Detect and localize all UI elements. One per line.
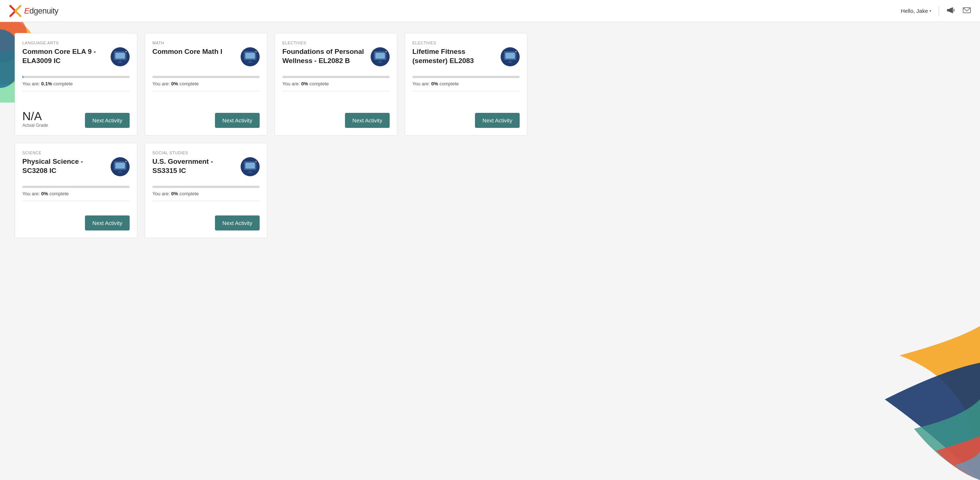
- card-subject: SCIENCE: [22, 151, 130, 155]
- card-top: Lifetime Fitness (semester) EL2083: [412, 47, 520, 66]
- next-activity-button[interactable]: Next Activity: [475, 113, 520, 128]
- course-icon: [240, 157, 260, 176]
- progress-section: You are: 0% complete: [152, 186, 260, 207]
- logo-text: Edgenuity: [24, 6, 58, 16]
- progress-text: You are: 0% complete: [412, 81, 520, 86]
- card-bottom: N/A Actual Grade Next Activity: [22, 107, 130, 128]
- main-content: LANGUAGE ARTS Common Core ELA 9 - ELA300…: [0, 22, 980, 480]
- next-activity-button[interactable]: Next Activity: [215, 113, 260, 128]
- card-subject: ELECTIVES: [412, 41, 520, 45]
- next-activity-button[interactable]: Next Activity: [215, 215, 260, 230]
- card-divider: [22, 91, 130, 91]
- progress-text: You are: 0% complete: [152, 81, 260, 86]
- course-card: SCIENCE Physical Science - SC3208 IC You…: [15, 143, 137, 238]
- card-subject: MATH: [152, 41, 260, 45]
- progress-bar-track: [152, 76, 260, 78]
- progress-text: You are: 0.1% complete: [22, 81, 130, 86]
- course-card: ELECTIVES Lifetime Fitness (semester) EL…: [405, 33, 527, 136]
- course-card: ELECTIVES Foundations of Personal Wellne…: [275, 33, 397, 136]
- card-subject: ELECTIVES: [282, 41, 390, 45]
- empty-card: [275, 143, 397, 238]
- card-title: U.S. Government - SS3315 IC: [152, 157, 240, 175]
- progress-section: You are: 0% complete: [152, 76, 260, 97]
- card-top: U.S. Government - SS3315 IC: [152, 157, 260, 176]
- progress-bar-track: [22, 76, 130, 78]
- card-subject: LANGUAGE ARTS: [22, 41, 130, 45]
- card-bottom: Next Activity: [412, 110, 520, 128]
- course-card: LANGUAGE ARTS Common Core ELA 9 - ELA300…: [15, 33, 137, 136]
- card-subject: SOCIAL STUDIES: [152, 151, 260, 155]
- course-icon: [111, 157, 130, 176]
- progress-section: You are: 0% complete: [22, 186, 130, 207]
- card-bottom: Next Activity: [152, 110, 260, 128]
- card-title: Foundations of Personal Wellness - EL208…: [282, 47, 371, 65]
- next-activity-button[interactable]: Next Activity: [345, 113, 390, 128]
- logo[interactable]: Edgenuity: [9, 5, 58, 18]
- progress-bar-fill: [22, 76, 24, 78]
- card-divider: [152, 91, 260, 91]
- course-icon: [501, 47, 520, 66]
- course-grid-row1: LANGUAGE ARTS Common Core ELA 9 - ELA300…: [15, 33, 527, 136]
- course-card: SOCIAL STUDIES U.S. Government - SS3315 …: [145, 143, 267, 238]
- card-top: Common Core ELA 9 - ELA3009 IC: [22, 47, 130, 66]
- progress-text: You are: 0% complete: [282, 81, 390, 86]
- course-grid-row2: SCIENCE Physical Science - SC3208 IC You…: [15, 143, 527, 238]
- empty-card: [405, 143, 527, 238]
- progress-bar-track: [152, 186, 260, 188]
- progress-bar-track: [282, 76, 390, 78]
- card-bottom: Next Activity: [282, 110, 390, 128]
- progress-text: You are: 0% complete: [152, 191, 260, 196]
- grade-value: N/A: [22, 110, 48, 123]
- card-top: Common Core Math I: [152, 47, 260, 66]
- card-title: Physical Science - SC3208 IC: [22, 157, 111, 175]
- course-icon: [240, 47, 260, 66]
- user-greeting[interactable]: Hello, Jake ▾: [901, 8, 931, 14]
- decorative-shape-bottomright: [826, 326, 980, 480]
- card-divider: [282, 91, 390, 91]
- course-card: MATH Common Core Math I You are: 0% comp…: [145, 33, 267, 136]
- card-title: Common Core ELA 9 - ELA3009 IC: [22, 47, 111, 65]
- card-bottom: Next Activity: [152, 212, 260, 230]
- main-header: Edgenuity Hello, Jake ▾: [0, 0, 980, 22]
- card-divider: [412, 91, 520, 91]
- grade-label: Actual Grade: [22, 123, 48, 128]
- next-activity-button[interactable]: Next Activity: [85, 113, 130, 128]
- course-icon: [371, 47, 390, 66]
- progress-section: You are: 0% complete: [282, 76, 390, 97]
- header-divider: [939, 6, 939, 16]
- announcements-icon[interactable]: [946, 6, 955, 16]
- header-right: Hello, Jake ▾: [901, 6, 971, 16]
- greeting-text: Hello, Jake: [901, 8, 928, 14]
- next-activity-button[interactable]: Next Activity: [85, 215, 130, 230]
- grade-section: N/A Actual Grade: [22, 110, 48, 128]
- progress-section: You are: 0% complete: [412, 76, 520, 97]
- card-bottom: Next Activity: [22, 212, 130, 230]
- card-top: Foundations of Personal Wellness - EL208…: [282, 47, 390, 66]
- card-top: Physical Science - SC3208 IC: [22, 157, 130, 176]
- progress-text: You are: 0% complete: [22, 191, 130, 196]
- dropdown-caret-icon: ▾: [929, 9, 931, 13]
- progress-bar-track: [412, 76, 520, 78]
- card-title: Lifetime Fitness (semester) EL2083: [412, 47, 501, 65]
- card-title: Common Core Math I: [152, 47, 240, 56]
- progress-section: You are: 0.1% complete: [22, 76, 130, 97]
- course-icon: [111, 47, 130, 66]
- progress-bar-track: [22, 186, 130, 188]
- mail-icon[interactable]: [963, 6, 971, 16]
